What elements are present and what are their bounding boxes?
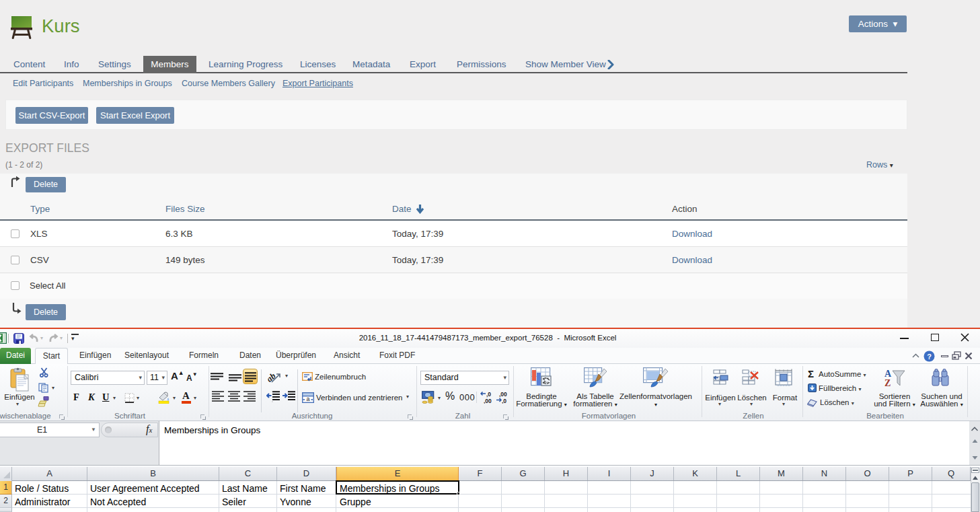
svg-text:,00: ,00: [484, 398, 492, 404]
svg-text:Z: Z: [884, 378, 891, 388]
svg-text:,00: ,00: [499, 391, 507, 398]
svg-text:,0: ,0: [502, 398, 506, 404]
svg-text:,0: ,0: [486, 391, 491, 398]
svg-text:?: ?: [927, 353, 932, 361]
svg-text:a: a: [306, 396, 309, 402]
svg-text:A: A: [884, 369, 892, 379]
